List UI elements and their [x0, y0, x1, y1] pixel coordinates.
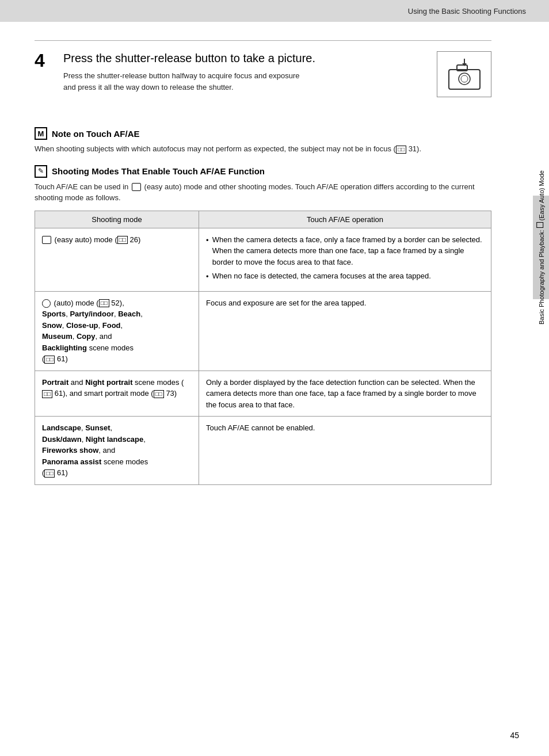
dusk-dawn-label: Dusk/dawn — [42, 435, 82, 444]
content-area: 4 Press the shutter-release button to ta… — [0, 22, 549, 503]
shooting-modes-table: Shooting mode Touch AF/AE operation (eas… — [35, 211, 491, 485]
bullet-item-2: • When no face is detected, the camera f… — [206, 270, 484, 282]
portrait-label: Portrait — [42, 378, 68, 387]
note-icon-label: M — [38, 129, 44, 138]
header-title: Using the Basic Shooting Functions — [408, 7, 526, 16]
table-col-header-operation: Touch AF/AE operation — [199, 211, 491, 228]
fireworks-label: Fireworks show — [42, 446, 98, 455]
ref-26: □□ — [117, 236, 128, 244]
table-cell-right-2: Focus and exposure are set for the area … — [199, 292, 491, 371]
table-cell-left-4: Landscape, Sunset, Dusk/dawn, Night land… — [35, 417, 199, 484]
table-row-auto-scene: (auto) mode (□□ 52), Sports, Party/indoo… — [35, 292, 491, 371]
svg-point-4 — [459, 73, 470, 85]
easy-auto-icon-cell — [42, 236, 51, 244]
ref-61-row2: □□ — [44, 356, 55, 364]
note-text: When shooting subjects with which autofo… — [35, 143, 491, 155]
table-cell-left-1: (easy auto) mode (□□ 26) — [35, 228, 199, 291]
shutter-icon — [444, 57, 485, 91]
bullet-item-1: • When the camera detects a face, only a… — [206, 234, 484, 268]
step-4-row: 4 Press the shutter-release button to ta… — [35, 40, 491, 97]
header-bar: Using the Basic Shooting Functions — [0, 0, 549, 22]
note-icon: M — [35, 127, 47, 140]
copy-label: Copy — [77, 332, 96, 341]
night-landscape-label: Night landscape — [86, 435, 143, 444]
museum-label: Museum — [42, 332, 73, 341]
section-description: Touch AF/AE can be used in (easy auto) m… — [35, 181, 491, 204]
ref-52: □□ — [99, 299, 109, 307]
step-4-description: Press the shutter-release button halfway… — [63, 70, 311, 93]
table-cell-right-1: • When the camera detects a face, only a… — [199, 228, 491, 291]
auto-icon-cell — [42, 299, 51, 308]
note-section: M Note on Touch AF/AE When shooting subj… — [35, 127, 491, 155]
table-header-row: Shooting mode Touch AF/AE operation — [35, 211, 491, 228]
table-col-header-shooting-mode: Shooting mode — [35, 211, 199, 228]
closeup-label: Close-up — [66, 321, 98, 330]
ref-73: □□ — [154, 390, 164, 398]
section-header: ✎ Shooting Modes That Enable Touch AF/AE… — [35, 165, 491, 178]
sidebar-tab-text: Basic Photography and Playback: (Easy Au… — [536, 170, 546, 324]
landscape-operation-text: Touch AF/AE cannot be enabled. — [206, 423, 315, 432]
panorama-assist-label: Panorama assist — [42, 457, 101, 466]
backlighting-label: Backlighting — [42, 343, 87, 352]
note-ref: □□ — [396, 146, 406, 154]
landscape-label: Landscape — [42, 423, 81, 432]
ref-61-row3: □□ — [42, 390, 52, 398]
table-cell-left-2: (auto) mode (□□ 52), Sports, Party/indoo… — [35, 292, 199, 371]
page: Using the Basic Shooting Functions 4 Pre… — [0, 0, 549, 756]
party-indoor-label: Party/indoor — [70, 310, 114, 318]
shooting-modes-section: ✎ Shooting Modes That Enable Touch AF/AE… — [35, 165, 491, 485]
sunset-label: Sunset — [85, 423, 110, 432]
svg-point-5 — [461, 75, 468, 82]
page-number: 45 — [510, 731, 519, 740]
step-4-title: Press the shutter-release button to take… — [63, 51, 425, 66]
table-cell-right-3: Only a border displayed by the face dete… — [199, 371, 491, 417]
table-cell-left-3: Portrait and Night portrait scene modes … — [35, 371, 199, 417]
beach-label: Beach — [118, 310, 140, 318]
bullet-dot-1: • — [206, 235, 209, 246]
sports-label: Sports — [42, 310, 66, 318]
auto-scene-operation-text: Focus and exposure are set for the area … — [206, 299, 366, 307]
bullet-text-2: When no face is detected, the camera foc… — [212, 270, 431, 282]
easy-auto-camera-icon — [132, 183, 141, 191]
table-row-easy-auto: (easy auto) mode (□□ 26) • When the came… — [35, 228, 491, 292]
svg-rect-0 — [449, 70, 480, 89]
night-portrait-label: Night portrait — [85, 378, 132, 387]
portrait-operation-text: Only a border displayed by the face dete… — [206, 378, 476, 409]
shutter-button-image — [437, 51, 491, 97]
food-label: Food — [102, 321, 121, 330]
snow-label: Snow — [42, 321, 62, 330]
table-row-landscape: Landscape, Sunset, Dusk/dawn, Night land… — [35, 417, 491, 484]
pencil-icon-label: ✎ — [38, 167, 44, 175]
step-4-content: Press the shutter-release button to take… — [63, 51, 425, 93]
bullet-dot-2: • — [206, 271, 209, 282]
sidebar-icon — [536, 222, 543, 228]
table-row-portrait: Portrait and Night portrait scene modes … — [35, 371, 491, 417]
section-title: Shooting Modes That Enable Touch AF/AE F… — [52, 166, 265, 176]
table-cell-right-4: Touch AF/AE cannot be enabled. — [199, 417, 491, 484]
bullet-text-1: When the camera detects a face, only a f… — [212, 234, 484, 268]
sidebar-tab: Basic Photography and Playback: (Easy Au… — [533, 196, 549, 299]
ref-61-row4: □□ — [44, 469, 55, 478]
note-title: Note on Touch AF/AE — [52, 129, 139, 139]
note-header: M Note on Touch AF/AE — [35, 127, 491, 140]
step-number-4: 4 — [35, 51, 60, 70]
pencil-icon: ✎ — [35, 165, 47, 178]
